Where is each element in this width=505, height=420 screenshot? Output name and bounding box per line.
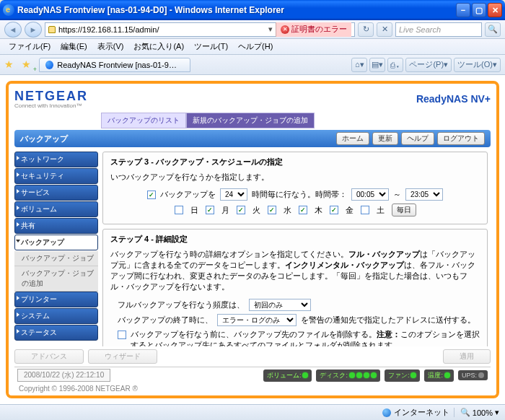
tab-favicon bbox=[45, 61, 53, 69]
maximize-button[interactable]: ▢ bbox=[472, 3, 486, 17]
advance-button[interactable]: アドバンス bbox=[14, 349, 84, 364]
body: ネットワーク セキュリティ サービス ボリューム 共有 バックアップ バックアッ… bbox=[14, 152, 491, 346]
minimize-button[interactable]: − bbox=[456, 3, 470, 17]
step3-panel: ステップ 3 - バックアップ・スケジュールの指定 いつバックアップを行なうかを… bbox=[102, 152, 488, 224]
step4-desc: バックアップを行なう時の詳細なオプションを指定してください。フル・バックアップは… bbox=[110, 249, 480, 292]
apply-button[interactable]: 適用 bbox=[443, 349, 491, 364]
end-action-select[interactable]: エラー・ログのみ bbox=[217, 314, 297, 326]
ie-icon bbox=[3, 4, 14, 16]
page-content: NETGEAR Connect with Innovation™ ReadyNA… bbox=[0, 75, 505, 404]
sidebar-item-status[interactable]: ステータス bbox=[14, 325, 98, 341]
ie-menu-bar: ファイル(F) 編集(E) 表示(V) お気に入り(A) ツール(T) ヘルプ(… bbox=[0, 39, 505, 55]
footer-buttons: アドバンス ウィザード 適用 bbox=[14, 346, 491, 367]
address-bar[interactable]: ▾ ✕ 証明書のエラー bbox=[45, 22, 355, 37]
favorites-star-icon[interactable]: ★ bbox=[4, 58, 17, 71]
device-status-bar: 2008/10/22 (水) 22:12:10 ボリューム: ディスク: ファン… bbox=[14, 367, 491, 383]
menu-view[interactable]: 表示(V) bbox=[93, 40, 128, 53]
menu-tools[interactable]: ツール(T) bbox=[190, 40, 232, 53]
window-titlebar: ReadyNAS Frontview [nas-01-94-D0] - Wind… bbox=[0, 0, 505, 20]
close-button[interactable]: ✕ bbox=[488, 3, 502, 17]
security-zone[interactable]: インターネット bbox=[382, 407, 449, 418]
ie-tab-strip: ★ ★+ ReadyNAS Frontview [nas-01-94-D0] ⌂… bbox=[0, 55, 505, 75]
tools-tool[interactable]: ツール(O) ▾ bbox=[454, 58, 501, 72]
step3-days-row: 日 月 火 水 木 金 土 毎日 bbox=[110, 204, 480, 216]
sidebar-sub-backup-jobs[interactable]: バックアップ・ジョブ bbox=[14, 251, 98, 266]
url-input[interactable] bbox=[58, 25, 265, 34]
menu-edit[interactable]: 編集(E) bbox=[56, 40, 92, 53]
to-time-select[interactable]: 23:05 bbox=[405, 188, 443, 201]
wizard-button[interactable]: ウィザード bbox=[88, 349, 157, 364]
fan-gauge: ファン: bbox=[385, 369, 421, 382]
sidebar-item-security[interactable]: セキュリティ bbox=[14, 168, 98, 184]
tab-label: ReadyNAS Frontview [nas-01-94-D0] bbox=[57, 61, 180, 69]
ups-gauge: UPS: bbox=[458, 370, 488, 380]
back-button[interactable]: ◄ bbox=[4, 22, 22, 38]
address-dropdown[interactable]: ▾ bbox=[265, 25, 276, 34]
refresh-page-button[interactable]: 更新 bbox=[372, 132, 398, 145]
section-band: バックアップ ホーム 更新 ヘルプ ログアウト bbox=[14, 130, 491, 147]
copyright: Copyright © 1996-2008 NETGEAR ® bbox=[14, 383, 491, 394]
sidebar-item-services[interactable]: サービス bbox=[14, 185, 98, 201]
add-favorites-icon[interactable]: ★+ bbox=[22, 58, 35, 71]
day-tue-checkbox[interactable] bbox=[237, 206, 245, 214]
tab-backup-add[interactable]: 新規のバックアップ・ジョブの追加 bbox=[186, 113, 315, 128]
zoom-control[interactable]: 🔍 100% ▾ bbox=[454, 408, 499, 417]
enable-schedule-checkbox[interactable] bbox=[147, 191, 156, 199]
day-mon-checkbox[interactable] bbox=[206, 206, 214, 214]
day-sun-checkbox[interactable] bbox=[175, 206, 183, 214]
timestamp: 2008/10/22 (水) 22:12:10 bbox=[17, 369, 110, 382]
header: NETGEAR Connect with Innovation™ ReadyNA… bbox=[14, 87, 491, 111]
step3-title: ステップ 3 - バックアップ・スケジュールの指定 bbox=[110, 157, 480, 167]
everyday-button[interactable]: 毎日 bbox=[392, 204, 416, 216]
volume-gauge: ボリューム: bbox=[263, 369, 312, 382]
day-sat-checkbox[interactable] bbox=[361, 206, 369, 214]
refresh-button[interactable]: ↻ bbox=[358, 22, 374, 37]
menu-help[interactable]: ヘルプ(H) bbox=[234, 40, 277, 53]
sidebar: ネットワーク セキュリティ サービス ボリューム 共有 バックアップ バックアッ… bbox=[14, 152, 98, 346]
menu-favorites[interactable]: お気に入り(A) bbox=[129, 40, 188, 53]
search-button[interactable]: 🔍 bbox=[485, 22, 501, 37]
sub-tabs: バックアップのリスト 新規のバックアップ・ジョブの追加 bbox=[101, 113, 491, 128]
sidebar-sub-backup-add[interactable]: バックアップ・ジョブの追加 bbox=[14, 266, 98, 292]
logo-block: NETGEAR Connect with Innovation™ bbox=[14, 89, 88, 109]
from-time-select[interactable]: 00:05 bbox=[351, 188, 389, 201]
sidebar-item-volume[interactable]: ボリューム bbox=[14, 201, 98, 217]
print-tool[interactable]: ⎙▾ bbox=[387, 58, 403, 72]
netgear-frame: NETGEAR Connect with Innovation™ ReadyNA… bbox=[6, 81, 499, 398]
stop-button[interactable]: ✕ bbox=[377, 22, 392, 37]
day-fri-checkbox[interactable] bbox=[330, 206, 338, 214]
interval-select[interactable]: 24 bbox=[220, 188, 247, 201]
ie-nav-bar: ◄ ► ▾ ✕ 証明書のエラー ↻ ✕ Live Search 🔍 bbox=[0, 20, 505, 39]
full-backup-freq-select[interactable]: 初回のみ bbox=[249, 299, 311, 311]
certificate-error[interactable]: ✕ 証明書のエラー bbox=[276, 22, 351, 37]
day-thu-checkbox[interactable] bbox=[299, 206, 307, 214]
ie-status-bar: インターネット 🔍 100% ▾ bbox=[0, 404, 505, 420]
sidebar-item-backup[interactable]: バックアップ bbox=[14, 235, 98, 250]
home-tool[interactable]: ⌂▾ bbox=[351, 58, 367, 72]
step4-freq-row: フルバックアップを行なう頻度は、 初回のみ bbox=[118, 299, 480, 311]
help-button[interactable]: ヘルプ bbox=[401, 132, 434, 145]
feed-tool[interactable]: ▤▾ bbox=[369, 58, 385, 72]
day-wed-checkbox[interactable] bbox=[268, 206, 276, 214]
menu-file[interactable]: ファイル(F) bbox=[4, 40, 55, 53]
zoom-dropdown[interactable]: ▾ bbox=[495, 408, 499, 417]
delete-before-checkbox[interactable] bbox=[118, 331, 126, 339]
disk-gauge: ディスク: bbox=[316, 369, 380, 382]
page-tool[interactable]: ページ(P) ▾ bbox=[405, 58, 452, 72]
logout-button[interactable]: ログアウト bbox=[437, 132, 485, 145]
sidebar-item-network[interactable]: ネットワーク bbox=[14, 152, 98, 167]
sidebar-item-shares[interactable]: 共有 bbox=[14, 218, 98, 234]
section-title: バックアップ bbox=[20, 134, 68, 144]
forward-button[interactable]: ► bbox=[25, 22, 42, 38]
step3-schedule-row: バックアップを 24 時間毎に行なう。時間帯： 00:05 ～ 23:05 bbox=[110, 188, 480, 201]
tab-backup-list[interactable]: バックアップのリスト bbox=[101, 113, 186, 128]
step4-title: ステップ 4 - 詳細設定 bbox=[110, 234, 480, 245]
sidebar-item-printer[interactable]: プリンター bbox=[14, 292, 98, 307]
lock-icon bbox=[48, 26, 56, 33]
home-button[interactable]: ホーム bbox=[336, 132, 369, 145]
sidebar-item-system[interactable]: システム bbox=[14, 308, 98, 324]
globe-icon bbox=[382, 408, 391, 417]
brand-logo: NETGEAR bbox=[14, 89, 88, 104]
live-search-input[interactable]: Live Search bbox=[395, 22, 482, 37]
browser-tab[interactable]: ReadyNAS Frontview [nas-01-94-D0] bbox=[39, 58, 190, 72]
